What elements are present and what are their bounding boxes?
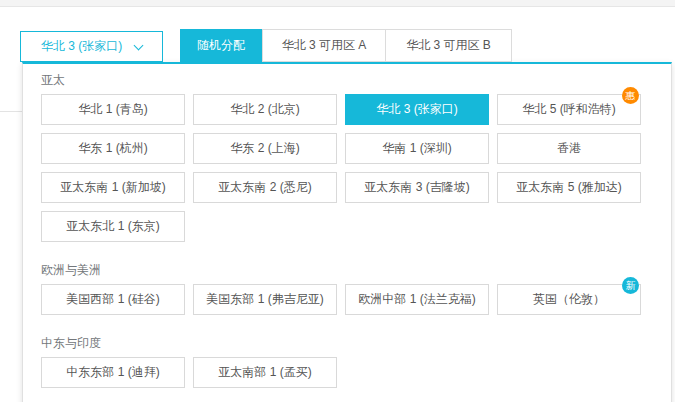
region-button-label: 美国西部 1 (硅谷) [66, 291, 159, 308]
region-dropdown-label: 华北 3 (张家口) [41, 38, 122, 55]
region-button-label: 华东 2 (上海) [230, 140, 299, 157]
region-button[interactable]: 华北 1 (青岛) [41, 94, 185, 125]
region-grid: 华北 1 (青岛)华北 2 (北京)华北 3 (张家口)华北 5 (呼和浩特)惠… [41, 94, 657, 242]
region-button[interactable]: 华北 5 (呼和浩特)惠 [497, 94, 641, 125]
region-button-label: 亚太东北 1 (东京) [66, 218, 159, 235]
top-divider-bar [0, 0, 675, 7]
zone-tab[interactable]: 随机分配 [180, 29, 262, 62]
region-group: 欧洲与美洲美国西部 1 (硅谷)美国东部 1 (弗吉尼亚)欧洲中部 1 (法兰克… [41, 262, 657, 315]
region-button-label: 亚太东南 1 (新加坡) [60, 179, 165, 196]
region-group-label: 中东与印度 [41, 335, 657, 351]
zone-tab-bar: 随机分配华北 3 可用区 A华北 3 可用区 B [180, 29, 512, 62]
region-button-label: 华北 5 (呼和浩特) [522, 101, 615, 118]
region-group: 亚太华北 1 (青岛)华北 2 (北京)华北 3 (张家口)华北 5 (呼和浩特… [41, 72, 657, 242]
region-dropdown-trigger[interactable]: 华北 3 (张家口) [20, 31, 163, 62]
region-dropdown-panel: 亚太华北 1 (青岛)华北 2 (北京)华北 3 (张家口)华北 5 (呼和浩特… [22, 62, 672, 402]
region-button[interactable]: 亚太东南 1 (新加坡) [41, 172, 185, 203]
region-grid: 中东东部 1 (迪拜)亚太南部 1 (孟买) [41, 357, 657, 388]
region-button-label: 亚太东南 3 (吉隆坡) [364, 179, 469, 196]
region-button[interactable]: 美国东部 1 (弗吉尼亚) [193, 284, 337, 315]
zone-tab[interactable]: 华北 3 可用区 A [262, 29, 386, 62]
region-button[interactable]: 亚太南部 1 (孟买) [193, 357, 337, 388]
region-button[interactable]: 华北 3 (张家口) [345, 94, 489, 125]
region-button[interactable]: 亚太东北 1 (东京) [41, 211, 185, 242]
region-button-label: 华东 1 (杭州) [78, 140, 147, 157]
chevron-down-icon [134, 40, 144, 50]
region-button-label: 中东东部 1 (迪拜) [66, 364, 159, 381]
region-button[interactable]: 亚太东南 5 (雅加达) [497, 172, 641, 203]
region-button[interactable]: 华东 2 (上海) [193, 133, 337, 164]
promo-badge-icon: 新 [622, 277, 639, 294]
background-separator-line [0, 111, 22, 112]
region-button[interactable]: 中东东部 1 (迪拜) [41, 357, 185, 388]
region-button-label: 亚太东南 2 (悉尼) [218, 179, 311, 196]
region-button[interactable]: 华北 2 (北京) [193, 94, 337, 125]
region-button-label: 英国（伦敦） [533, 291, 605, 308]
region-button-label: 亚太南部 1 (孟买) [218, 364, 311, 381]
region-button-label: 亚太东南 5 (雅加达) [516, 179, 621, 196]
region-button-label: 华北 1 (青岛) [78, 101, 147, 118]
region-button[interactable]: 亚太东南 3 (吉隆坡) [345, 172, 489, 203]
region-button[interactable]: 华南 1 (深圳) [345, 133, 489, 164]
region-grid: 美国西部 1 (硅谷)美国东部 1 (弗吉尼亚)欧洲中部 1 (法兰克福)英国（… [41, 284, 657, 315]
region-button-label: 欧洲中部 1 (法兰克福) [358, 291, 475, 308]
region-button-label: 美国东部 1 (弗吉尼亚) [206, 291, 323, 308]
region-button[interactable]: 亚太东南 2 (悉尼) [193, 172, 337, 203]
region-button-label: 华北 3 (张家口) [376, 101, 457, 118]
region-button[interactable]: 欧洲中部 1 (法兰克福) [345, 284, 489, 315]
region-button[interactable]: 英国（伦敦）新 [497, 284, 641, 315]
promo-badge-icon: 惠 [622, 87, 639, 104]
region-button[interactable]: 华东 1 (杭州) [41, 133, 185, 164]
region-group-label: 亚太 [41, 72, 657, 88]
region-button[interactable]: 美国西部 1 (硅谷) [41, 284, 185, 315]
region-button-label: 香港 [557, 140, 581, 157]
region-group: 中东与印度中东东部 1 (迪拜)亚太南部 1 (孟买) [41, 335, 657, 388]
region-group-label: 欧洲与美洲 [41, 262, 657, 278]
region-button-label: 华北 2 (北京) [230, 101, 299, 118]
zone-tab[interactable]: 华北 3 可用区 B [386, 29, 512, 62]
region-button[interactable]: 香港 [497, 133, 641, 164]
region-button-label: 华南 1 (深圳) [382, 140, 451, 157]
